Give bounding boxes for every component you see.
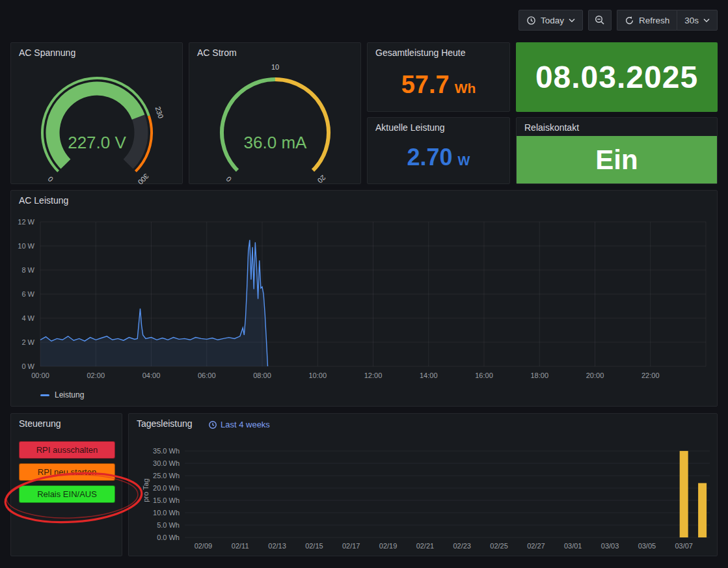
svg-text:20: 20 [316,174,327,185]
svg-text:03/07: 03/07 [675,542,693,550]
panel-datum: 08.03.2025 [516,42,718,112]
svg-text:02:00: 02:00 [87,372,105,379]
svg-text:227.0 V: 227.0 V [68,133,126,152]
panel-title: Steuerung [19,418,61,429]
svg-text:02/11: 02/11 [232,542,249,550]
svg-text:20.0 Wh: 20.0 Wh [153,484,180,492]
stat-unit: W [458,154,470,169]
steuerung-button-relais-ein-aus[interactable]: Relais EIN/AUS [19,485,115,503]
chart-legend[interactable]: Leistung [40,390,84,399]
svg-text:03/05: 03/05 [638,542,656,550]
steuerung-button-rpi-ausschalten[interactable]: RPI ausschalten [19,441,115,459]
ac-spannung-gauge: 0230300227.0 V [19,60,175,182]
svg-text:18:00: 18:00 [530,372,548,379]
aktuelle-leistung-value: 2.70 W [368,133,509,181]
svg-text:06:00: 06:00 [198,372,216,379]
svg-text:10.0 Wh: 10.0 Wh [153,509,180,517]
panel-aktuelle-leistung: Aktuelle Leistung 2.70 W [367,117,510,184]
svg-text:02/09: 02/09 [195,542,213,550]
svg-text:4 W: 4 W [21,314,34,322]
stat-number: 57.7 [401,72,450,97]
panel-ac-spannung: AC Spannung 0230300227.0 V [10,42,183,184]
svg-text:25.0 Wh: 25.0 Wh [153,472,180,480]
svg-text:35.0 Wh: 35.0 Wh [153,447,180,455]
svg-text:300: 300 [137,172,150,186]
svg-text:12:00: 12:00 [364,372,383,379]
panel-ac-leistung: AC Leistung 0 W2 W4 W6 W8 W10 W12 W00:00… [10,190,718,407]
svg-text:02/25: 02/25 [490,542,508,550]
panel-gesamtleistung-heute: Gesamtleistung Heute 57.7 Wh [367,42,510,112]
panel-title: Relaiskontakt [524,122,579,133]
svg-text:5.0 Wh: 5.0 Wh [157,521,180,529]
svg-text:22:00: 22:00 [641,372,660,379]
svg-text:230: 230 [154,105,165,119]
svg-text:12 W: 12 W [18,218,34,226]
svg-text:20:00: 20:00 [586,372,604,379]
stat-number: 2.70 [407,146,453,169]
svg-text:30.0 Wh: 30.0 Wh [153,459,180,467]
panel-tagesleistung: Tagesleistung Last 4 weeks 0.0 Wh5.0 Wh1… [128,413,718,556]
svg-text:0.0 Wh: 0.0 Wh [157,534,180,541]
date-value: 08.03.2025 [517,43,717,111]
chevron-down-icon [703,18,710,23]
time-range-picker[interactable]: Today [519,10,583,31]
refresh-interval-dropdown[interactable]: 30s [677,10,718,31]
toolbar: Today Refresh 30s [519,10,718,31]
svg-text:8 W: 8 W [21,266,34,274]
stat-unit: Wh [455,81,476,96]
svg-text:04:00: 04:00 [142,372,161,379]
zoom-out-button[interactable] [588,10,612,31]
ac-leistung-chart[interactable]: 0 W2 W4 W6 W8 W10 W12 W00:0002:0004:0006… [11,191,717,386]
svg-text:02/17: 02/17 [342,542,360,550]
refresh-group: Refresh 30s [617,10,718,31]
svg-text:02/13: 02/13 [268,542,286,550]
svg-text:36.0 mA: 36.0 mA [244,133,307,152]
svg-text:08:00: 08:00 [253,372,271,379]
svg-text:pro Tag: pro Tag [142,478,150,502]
panel-title: AC Spannung [19,47,75,58]
svg-text:0: 0 [224,175,233,183]
svg-text:03/01: 03/01 [564,542,582,550]
clock-icon [526,16,536,25]
svg-text:02/21: 02/21 [416,542,435,550]
ac-strom-gauge: 0102036.0 mA [197,60,353,182]
svg-text:10: 10 [271,63,279,71]
svg-text:10:00: 10:00 [308,372,327,379]
gesamtleistung-value: 57.7 Wh [368,60,509,109]
svg-text:02/27: 02/27 [527,542,545,550]
svg-text:0 W: 0 W [21,362,34,370]
svg-text:02/15: 02/15 [305,542,323,550]
svg-text:02/23: 02/23 [453,542,471,550]
svg-text:03/03: 03/03 [601,542,619,550]
legend-swatch [40,394,49,396]
steuerung-button-rpi-neu-starten[interactable]: RPI neu starten [19,463,115,481]
tagesleistung-chart[interactable]: 0.0 Wh5.0 Wh10.0 Wh15.0 Wh20.0 Wh25.0 Wh… [129,414,717,556]
panel-relaiskontakt: Relaiskontakt Ein [516,117,718,184]
svg-text:00:00: 00:00 [31,372,49,379]
svg-text:14:00: 14:00 [420,372,438,379]
panel-steuerung: Steuerung RPI ausschaltenRPI neu starten… [10,413,122,556]
svg-text:6 W: 6 W [21,290,34,298]
time-range-label: Today [541,16,564,25]
refresh-button[interactable]: Refresh [617,10,677,31]
svg-text:16:00: 16:00 [475,372,493,379]
legend-label: Leistung [55,390,84,399]
refresh-interval-label: 30s [684,16,699,25]
zoom-out-icon [595,15,605,25]
chevron-down-icon [569,18,575,23]
panel-title: Aktuelle Leistung [375,122,445,133]
panel-title: AC Strom [197,47,237,58]
svg-text:0: 0 [46,175,55,183]
svg-text:10 W: 10 W [18,242,34,250]
svg-text:15.0 Wh: 15.0 Wh [153,496,180,504]
relais-state: Ein [517,136,717,183]
refresh-icon [625,16,634,25]
svg-text:02/19: 02/19 [379,542,398,550]
svg-text:2 W: 2 W [21,338,34,346]
panel-ac-strom: AC Strom 0102036.0 mA [189,42,361,184]
panel-title: Gesamtleistung Heute [375,47,466,58]
refresh-label: Refresh [639,16,669,25]
